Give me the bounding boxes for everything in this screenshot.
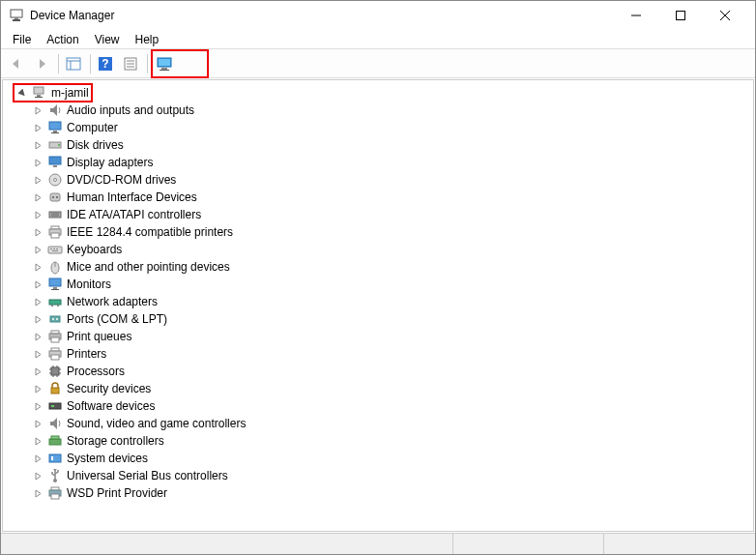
maximize-button[interactable]: [658, 1, 703, 30]
svg-rect-20: [34, 87, 44, 94]
expander-icon[interactable]: [32, 418, 44, 429]
help-button[interactable]: ?: [94, 52, 117, 75]
wsd-icon: [47, 485, 63, 501]
tree-node[interactable]: Sound, video and game controllers: [30, 415, 753, 432]
expander-icon[interactable]: [16, 87, 28, 99]
expander-icon[interactable]: [32, 244, 44, 255]
tree-node[interactable]: Storage controllers: [30, 432, 753, 450]
svg-rect-62: [51, 355, 59, 360]
svg-rect-49: [53, 287, 57, 289]
svg-point-55: [52, 318, 54, 320]
expander-icon[interactable]: [32, 365, 44, 377]
properties-button[interactable]: [119, 52, 142, 75]
minimize-button[interactable]: [614, 1, 658, 30]
tree-label[interactable]: Monitors: [67, 278, 111, 291]
tree-node[interactable]: Print queues: [30, 328, 753, 345]
expander-icon[interactable]: [32, 296, 44, 307]
dvd-icon: [47, 172, 63, 188]
tree-label[interactable]: Universal Serial Bus controllers: [67, 469, 228, 482]
tree-node[interactable]: Universal Serial Bus controllers: [30, 467, 753, 484]
svg-rect-24: [53, 131, 57, 132]
tree-node[interactable]: Disk drives: [30, 136, 753, 154]
printqueue-icon: [47, 329, 63, 344]
tree-label[interactable]: Sound, video and game controllers: [67, 417, 246, 430]
menu-view[interactable]: View: [87, 31, 128, 48]
tree-node[interactable]: Computer: [30, 119, 753, 136]
tree-node[interactable]: Keyboards: [30, 241, 753, 258]
tree-label[interactable]: Software devices: [67, 399, 155, 413]
tree-label[interactable]: IEEE 1284.4 compatible printers: [67, 225, 233, 239]
tree-label[interactable]: Keyboards: [67, 243, 122, 256]
tree-node[interactable]: DVD/CD-ROM drives: [30, 171, 753, 189]
expander-icon[interactable]: [32, 226, 44, 238]
tree-label[interactable]: Audio inputs and outputs: [67, 103, 194, 117]
root-label[interactable]: m-jamil: [51, 86, 89, 100]
tree-label[interactable]: Storage controllers: [67, 434, 164, 448]
menu-help[interactable]: Help: [128, 31, 167, 48]
expander-icon[interactable]: [32, 453, 44, 464]
device-tree[interactable]: m-jamil Audio inputs and outputsComputer…: [2, 79, 754, 532]
tree-label[interactable]: Processors: [67, 365, 125, 378]
tree-label[interactable]: IDE ATA/ATAPI controllers: [67, 208, 201, 221]
tree-node[interactable]: Security devices: [30, 380, 753, 397]
expander-icon[interactable]: [32, 191, 44, 203]
tree-label[interactable]: Ports (COM & LPT): [67, 312, 167, 326]
tree-node[interactable]: Monitors: [30, 276, 753, 293]
expander-icon[interactable]: [32, 400, 44, 412]
tree-label[interactable]: DVD/CD-ROM drives: [67, 173, 176, 187]
display-icon: [47, 155, 63, 170]
tree-label[interactable]: Print queues: [67, 330, 131, 343]
close-button[interactable]: [703, 1, 747, 30]
tree-label[interactable]: Printers: [67, 347, 106, 361]
expander-icon[interactable]: [32, 174, 44, 186]
tree-node[interactable]: WSD Print Provider: [30, 484, 753, 502]
svg-rect-52: [51, 305, 53, 307]
tree-label[interactable]: WSD Print Provider: [67, 486, 167, 500]
tree-node[interactable]: IDE ATA/ATAPI controllers: [30, 206, 753, 223]
svg-rect-43: [53, 248, 55, 249]
status-cell: [453, 534, 605, 554]
expander-icon[interactable]: [32, 122, 44, 133]
expander-icon[interactable]: [32, 104, 44, 116]
expander-icon[interactable]: [32, 157, 44, 168]
expander-icon[interactable]: [32, 487, 44, 499]
tree-node[interactable]: IEEE 1284.4 compatible printers: [30, 223, 753, 241]
expander-icon[interactable]: [32, 261, 44, 273]
show-hide-console-button[interactable]: [62, 52, 85, 75]
svg-rect-48: [49, 278, 61, 286]
forward-button[interactable]: [30, 52, 53, 75]
app-icon: [9, 8, 24, 23]
tree-label[interactable]: Security devices: [67, 382, 151, 395]
tree-node[interactable]: Processors: [30, 363, 753, 380]
expander-icon[interactable]: [32, 278, 44, 290]
expander-icon[interactable]: [32, 435, 44, 447]
tree-node[interactable]: Human Interface Devices: [30, 189, 753, 206]
tree-root-node[interactable]: m-jamil: [11, 84, 753, 102]
tree-node[interactable]: Network adapters: [30, 293, 753, 310]
tree-node[interactable]: Audio inputs and outputs: [30, 102, 753, 119]
tree-label[interactable]: Computer: [67, 121, 118, 134]
tree-node[interactable]: Software devices: [30, 397, 753, 415]
expander-icon[interactable]: [32, 313, 44, 325]
tree-label[interactable]: System devices: [67, 452, 148, 465]
tree-label[interactable]: Network adapters: [67, 295, 158, 308]
tree-node[interactable]: System devices: [30, 450, 753, 467]
tree-label[interactable]: Display adapters: [67, 156, 153, 169]
expander-icon[interactable]: [32, 383, 44, 394]
tree-node[interactable]: Mice and other pointing devices: [30, 258, 753, 276]
expander-icon[interactable]: [32, 348, 44, 360]
tree-label[interactable]: Human Interface Devices: [67, 190, 197, 204]
tree-node[interactable]: Printers: [30, 345, 753, 363]
expander-icon[interactable]: [32, 331, 44, 342]
back-button[interactable]: [5, 52, 28, 75]
tree-node[interactable]: Display adapters: [30, 154, 753, 171]
expander-icon[interactable]: [32, 470, 44, 482]
tree-label[interactable]: Mice and other pointing devices: [67, 260, 230, 274]
tree-node[interactable]: Ports (COM & LPT): [30, 310, 753, 328]
expander-icon[interactable]: [32, 209, 44, 220]
tree-label[interactable]: Disk drives: [67, 138, 124, 152]
scan-hardware-button[interactable]: [154, 52, 177, 75]
menu-action[interactable]: Action: [39, 31, 86, 48]
expander-icon[interactable]: [32, 139, 44, 151]
menu-file[interactable]: File: [5, 31, 39, 48]
